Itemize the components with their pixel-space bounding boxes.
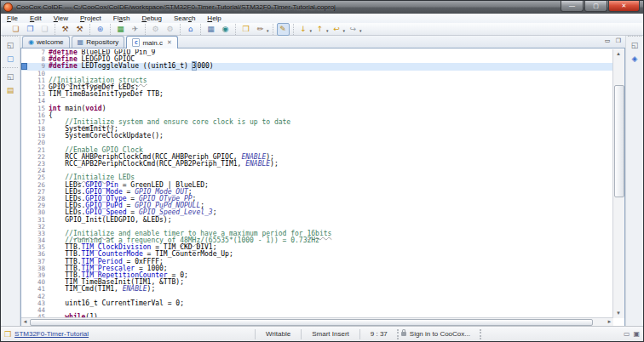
menu-search[interactable]: Search — [168, 14, 201, 23]
close-button[interactable]: ✕ — [608, 1, 640, 12]
vertical-scrollbar[interactable]: ▲ ▼ — [612, 49, 624, 318]
build-button[interactable]: ⚒ — [59, 23, 72, 36]
minimize-button[interactable]: — — [561, 1, 584, 12]
fast-view-icon[interactable]: ▭ — [624, 330, 630, 338]
annotation-ruler — [21, 168, 28, 174]
minimize-pane-icon[interactable]: ▭ — [603, 37, 612, 45]
annotation-ruler — [21, 140, 28, 146]
status-bar-icons: ▭▣ — [620, 330, 643, 338]
home-button[interactable]: ⌂ — [184, 23, 197, 36]
app-icon — [3, 3, 13, 12]
code-line[interactable]: 23 RCC_APB2PeriphClockCmd(RCC_APB2Periph… — [21, 161, 613, 168]
code-line[interactable]: 9#define LEDToggleValue ((uint16_t) 3000… — [21, 63, 613, 70]
annotation-ruler — [21, 202, 28, 209]
code-line[interactable]: 43 uint16_t CurrentTimerVal = 0; — [21, 300, 613, 307]
browser-view-button[interactable]: ▤ — [4, 84, 16, 96]
annotation-ruler — [21, 126, 28, 133]
forward-button[interactable]: ↪ — [347, 23, 359, 36]
scroll-left-icon[interactable]: ◄ — [21, 318, 29, 325]
menu-edit[interactable]: Edit — [24, 14, 48, 23]
gear-icon: ⚙ — [166, 25, 173, 33]
annotation-ruler — [21, 307, 28, 314]
project-view-button[interactable]: ▢ — [4, 53, 16, 65]
dropdown-caret-icon[interactable]: ▾ — [267, 28, 269, 33]
browser-button[interactable]: ◉ — [219, 23, 232, 36]
code-line[interactable]: 13TIM_TimeBaseInitTypeDef TTB; — [21, 91, 613, 98]
annotation-ruler — [21, 71, 28, 77]
annotation-ruler — [21, 237, 28, 244]
rebuild-button[interactable]: ⚒ — [73, 23, 86, 36]
tab-label: main.c — [142, 39, 163, 47]
horizontal-scrollbar[interactable]: ◄ ► — [21, 317, 613, 326]
download-to-flash-button[interactable]: ▦ — [114, 23, 127, 36]
erase-chip-button[interactable]: ✈ — [129, 23, 141, 36]
dropdown-caret-icon[interactable]: ▾ — [343, 28, 346, 33]
prev-annotation-button[interactable]: ↑ — [313, 23, 326, 36]
menu-help[interactable]: Help — [201, 14, 227, 23]
code-editor[interactable]: 7#define BlueLED GPIO_Pin_98#define LEDG… — [20, 48, 625, 327]
menu-view[interactable]: View — [48, 14, 74, 23]
new-file-button[interactable]: ❏ — [9, 23, 22, 36]
console-icon[interactable]: ▣ — [633, 330, 640, 338]
repository-button[interactable]: ▦ — [204, 23, 217, 36]
writable-status: Writable — [259, 330, 297, 338]
app-window: CooCox CoIDE --- C:/CooCox/CoIDE/workspa… — [0, 0, 644, 342]
title-bar[interactable]: CooCox CoIDE --- C:/CooCox/CoIDE/workspa… — [1, 1, 643, 14]
maximize-pane-icon[interactable]: ❐ — [614, 37, 623, 45]
open-file-button[interactable]: ❐ — [24, 23, 37, 36]
next-annotation-button[interactable]: ↓ — [297, 23, 310, 36]
menu-file[interactable]: File — [1, 14, 24, 23]
restore-view-button[interactable]: ◱ — [629, 39, 641, 51]
open-project-button[interactable]: ❒ — [239, 23, 252, 36]
close-tab-icon[interactable]: ✕ — [167, 39, 172, 46]
globe-icon: ◉ — [222, 25, 229, 33]
maximize-button[interactable]: ▢ — [584, 1, 607, 12]
tab-repository[interactable]: ▦Repository — [72, 36, 125, 48]
restore-view-button[interactable]: ◱ — [4, 39, 16, 51]
debug-view-button[interactable]: ◈ — [629, 53, 641, 65]
tab-welcome[interactable]: ◉welcome — [22, 36, 70, 48]
diamond-icon: ◈ — [632, 54, 638, 63]
restore-pane-icon: ◱ — [7, 72, 14, 81]
scroll-up-icon[interactable]: ▲ — [613, 49, 624, 59]
debug-settings-button[interactable]: ⊛ — [94, 23, 106, 36]
vertical-scroll-thumb[interactable] — [614, 85, 624, 197]
scroll-right-icon[interactable]: ► — [606, 318, 613, 325]
fast-view-bar-right: ◱◈ — [625, 36, 643, 327]
project-link[interactable]: STM32F0-Timer-Tutorial — [14, 330, 89, 338]
annotation-ruler — [21, 154, 28, 161]
dropdown-caret-icon[interactable]: ▾ — [326, 28, 329, 33]
dropdown-caret-icon[interactable]: ▾ — [359, 28, 362, 33]
horizontal-scroll-thumb[interactable] — [30, 319, 593, 326]
tab-main-c[interactable]: cmain.c✕ — [126, 36, 177, 48]
save-button: ❏ — [38, 23, 51, 36]
annotation-ruler — [21, 98, 28, 105]
restore-view-button[interactable]: ◱ — [4, 71, 16, 83]
menu-flash[interactable]: Flash — [107, 14, 136, 23]
folder-page-icon: ▤ — [7, 86, 14, 94]
code-line[interactable]: 15int main(void) — [21, 105, 613, 112]
annotation-ruler — [21, 161, 28, 168]
code-area[interactable]: 7#define BlueLED GPIO_Pin_98#define LEDG… — [21, 49, 613, 318]
menu-project[interactable]: Project — [74, 14, 107, 23]
annotation-ruler — [21, 231, 28, 237]
toggle-highlight-button[interactable]: ✎ — [277, 23, 290, 36]
signin-button[interactable]: Sign in to CooCox... — [410, 330, 477, 338]
code-line[interactable]: 14 — [21, 98, 613, 105]
configuration-button[interactable]: ✏ — [254, 23, 267, 36]
code-line[interactable]: 44 — [21, 307, 613, 314]
code-line[interactable]: 19 SystemCoreClockUpdate(); — [21, 133, 613, 140]
menu-debug[interactable]: Debug — [135, 14, 168, 23]
code-line[interactable]: 41 TIM_Cmd(TIM1, ENABLE); — [21, 286, 613, 293]
annotation-ruler — [21, 119, 28, 126]
open-folder-icon: ❒ — [242, 25, 249, 33]
code-line[interactable]: 31 GPIO_Init(LEDGPIO, &LEDs); — [21, 217, 613, 224]
editor-tab-bar: ◉welcome▦Repositorycmain.c✕ ▭ ❐ — [20, 36, 625, 48]
back-button[interactable]: ↩ — [331, 23, 343, 36]
open-file-icon: ❐ — [26, 25, 33, 33]
insert-mode-status: Smart Insert — [305, 330, 356, 338]
dropdown-caret-icon[interactable]: ▾ — [310, 28, 313, 33]
scroll-down-icon[interactable]: ▼ — [613, 309, 624, 318]
build-hammer-icon: ⚒ — [61, 25, 68, 33]
annotation-ruler — [21, 189, 28, 196]
